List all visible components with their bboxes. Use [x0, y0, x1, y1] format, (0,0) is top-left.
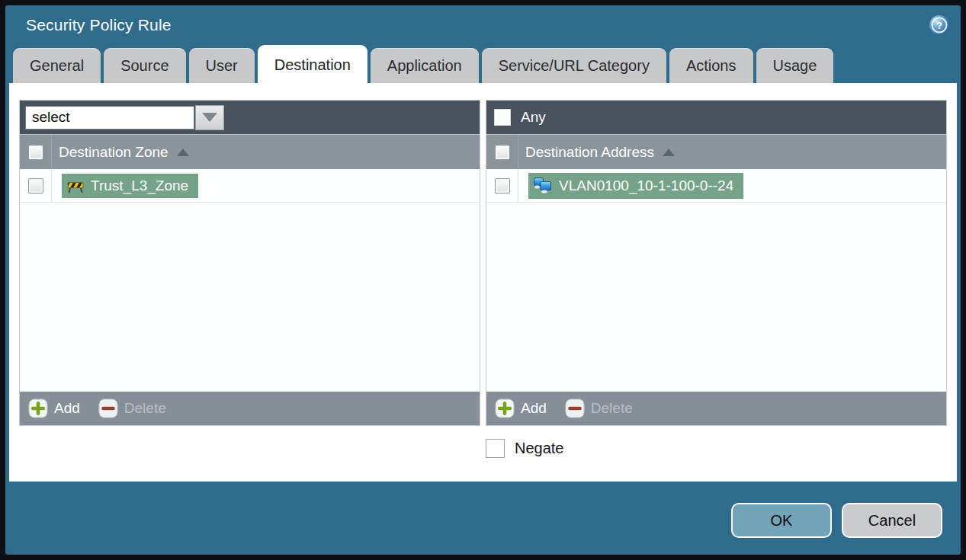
security-policy-rule-dialog: Security Policy Rule ? General Source Us… [0, 0, 966, 560]
address-row-checkbox[interactable] [495, 178, 510, 194]
tab-source[interactable]: Source [104, 48, 185, 83]
zone-select-input[interactable] [25, 106, 194, 130]
address-delete-button[interactable]: Delete [565, 398, 633, 418]
destination-address-panel: Any Destination Address [486, 100, 947, 426]
address-add-button[interactable]: Add [495, 398, 547, 418]
address-any-bar: Any [486, 101, 946, 134]
delete-minus-icon [565, 398, 585, 418]
tab-general[interactable]: General [13, 48, 101, 83]
table-row: VLAN0100_10-1-100-0--24 [486, 169, 946, 203]
negate-row: Negate [9, 426, 957, 458]
zone-add-label: Add [54, 400, 80, 417]
tab-destination[interactable]: Destination [258, 45, 367, 83]
address-table-body: VLAN0100_10-1-100-0--24 [486, 169, 946, 392]
svg-text:?: ? [936, 20, 942, 31]
zone-select-all-checkbox[interactable] [28, 145, 43, 160]
address-add-label: Add [521, 400, 547, 417]
zone-filter-bar [20, 101, 480, 134]
address-item-vlan0100[interactable]: VLAN0100_10-1-100-0--24 [528, 173, 743, 199]
table-row: Trust_L3_Zone [20, 169, 480, 203]
address-table-header: Destination Address [486, 134, 946, 169]
tab-application[interactable]: Application [371, 48, 479, 83]
zone-column-header[interactable]: Destination Zone [59, 144, 168, 161]
chevron-down-icon [202, 113, 217, 122]
zone-footer-bar: Add Delete [20, 392, 480, 425]
destination-tab-content: Destination Zone [9, 83, 957, 482]
network-address-icon [533, 176, 553, 196]
titlebar: Security Policy Rule ? [5, 5, 961, 45]
add-plus-icon [495, 398, 515, 418]
tab-bar: General Source User Destination Applicat… [5, 45, 961, 83]
zone-select-dropdown-button[interactable] [195, 105, 224, 130]
tab-actions[interactable]: Actions [669, 48, 753, 83]
destination-zone-panel: Destination Zone [19, 100, 480, 426]
zone-delete-button[interactable]: Delete [98, 398, 166, 418]
zone-add-button[interactable]: Add [28, 398, 80, 418]
sort-ascending-icon[interactable] [663, 149, 675, 156]
tab-service-url-category[interactable]: Service/URL Category [482, 48, 666, 83]
tab-user[interactable]: User [189, 48, 255, 83]
address-column-header[interactable]: Destination Address [525, 144, 654, 161]
address-delete-label: Delete [591, 400, 633, 417]
zone-table-body: Trust_L3_Zone [20, 169, 480, 392]
dialog-title: Security Policy Rule [26, 16, 172, 34]
address-footer-bar: Add Delete [486, 392, 946, 425]
ok-button[interactable]: OK [731, 503, 832, 538]
sort-ascending-icon[interactable] [177, 149, 189, 156]
any-label: Any [521, 109, 546, 126]
negate-label: Negate [515, 440, 564, 457]
address-select-all-checkbox[interactable] [495, 145, 510, 160]
zone-barrier-icon [66, 177, 85, 195]
help-icon[interactable]: ? [929, 14, 950, 36]
zone-item-trust-l3-zone[interactable]: Trust_L3_Zone [62, 174, 198, 198]
add-plus-icon [28, 398, 48, 418]
address-item-label: VLAN0100_10-1-100-0--24 [559, 178, 733, 194]
zone-row-checkbox[interactable] [28, 178, 43, 194]
negate-checkbox[interactable] [486, 439, 505, 458]
zone-delete-label: Delete [124, 400, 166, 417]
zone-item-label: Trust_L3_Zone [91, 178, 188, 194]
dialog-button-bar: OK Cancel [5, 482, 961, 555]
cancel-button[interactable]: Cancel [842, 503, 942, 538]
zone-table-header: Destination Zone [20, 134, 480, 169]
tab-usage[interactable]: Usage [756, 48, 834, 83]
delete-minus-icon [98, 398, 118, 418]
any-checkbox[interactable] [494, 109, 511, 126]
